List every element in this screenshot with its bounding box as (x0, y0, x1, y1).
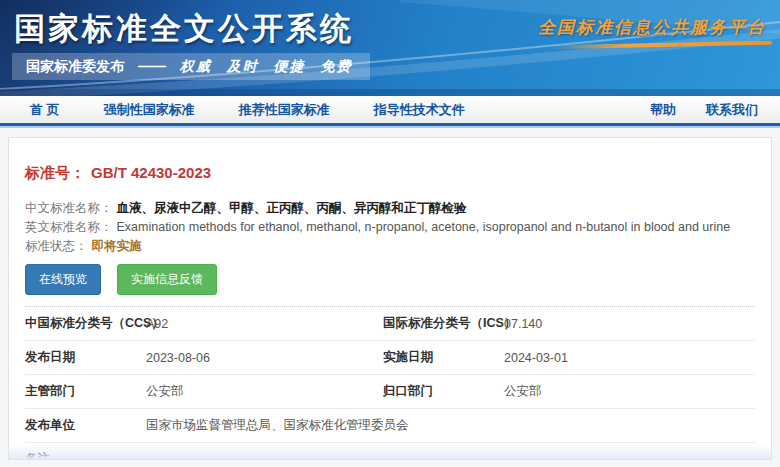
publisher-label: 发布单位 (25, 417, 146, 434)
site-header: 国家标准全文公开系统 国家标准委发布 —— 权威 及时 便捷 免费 全国标准信息… (0, 0, 780, 96)
nav-contact[interactable]: 联系我们 (706, 101, 758, 119)
nav-guiding-documents[interactable]: 指导性技术文件 (374, 101, 465, 119)
implement-date-label: 实施日期 (383, 349, 504, 366)
online-preview-button[interactable]: 在线预览 (25, 264, 101, 295)
publisher-value: 国家市场监督管理总局、国家标准化管理委员会 (146, 417, 755, 434)
platform-brand: 全国标准信息公共服务平台 (538, 16, 766, 39)
cn-name-label: 中文标准名称： (25, 201, 113, 215)
card-bottom-fade (9, 444, 771, 459)
table-row-dates: 发布日期 2023-08-06 实施日期 2024-03-01 (25, 341, 755, 375)
banner-dash: —— (138, 58, 166, 74)
status-badge: 即将实施 (92, 239, 142, 253)
centralized-dept-value: 公安部 (504, 383, 755, 400)
competent-dept-label: 主管部门 (25, 383, 146, 400)
en-name-label: 英文标准名称： (25, 220, 113, 234)
cn-name-value: 血液、尿液中乙醇、甲醇、正丙醇、丙酮、异丙醇和正丁醇检验 (117, 201, 467, 215)
main-nav: 首 页 强制性国家标准 推荐性国家标准 指导性技术文件 帮助 联系我们 (0, 96, 780, 126)
publish-date-label: 发布日期 (25, 349, 146, 366)
nav-home[interactable]: 首 页 (30, 101, 60, 119)
nav-right: 帮助 联系我们 (650, 101, 780, 119)
ics-value: 07.140 (504, 317, 755, 331)
site-title: 国家标准全文公开系统 (14, 8, 354, 50)
ccs-value: A92 (146, 317, 383, 331)
status-label: 标准状态： (25, 239, 88, 253)
centralized-dept-label: 归口部门 (383, 383, 504, 400)
implementation-feedback-button[interactable]: 实施信息反馈 (117, 264, 217, 295)
publisher-banner: 国家标准委发布 —— 权威 及时 便捷 免费 (12, 53, 370, 80)
nav-help[interactable]: 帮助 (650, 101, 676, 119)
en-name-row: 英文标准名称：Examination methods for ethanol, … (25, 218, 755, 237)
standard-detail-card: 标准号：GB/T 42430-2023 中文标准名称：血液、尿液中乙醇、甲醇、正… (8, 137, 772, 460)
standard-info-table: 中国标准分类号（CCS） A92 国际标准分类号（ICS） 07.140 发布日… (25, 307, 755, 460)
ics-label: 国际标准分类号（ICS） (383, 315, 504, 332)
slogan-text: 权威 及时 便捷 免费 (180, 58, 353, 74)
ccs-label: 中国标准分类号（CCS） (25, 315, 146, 332)
nav-left: 首 页 强制性国家标准 推荐性国家标准 指导性技术文件 (0, 101, 465, 119)
standard-fields: 中文标准名称：血液、尿液中乙醇、甲醇、正丙醇、丙酮、异丙醇和正丁醇检验 英文标准… (9, 183, 771, 256)
standard-number-line: 标准号：GB/T 42430-2023 (9, 138, 771, 183)
en-name-value: Examination methods for ethanol, methano… (117, 220, 731, 234)
status-row: 标准状态：即将实施 (25, 237, 755, 256)
table-row-publisher: 发布单位 国家市场监督管理总局、国家标准化管理委员会 (25, 409, 755, 443)
action-buttons: 在线预览 实施信息反馈 (9, 256, 771, 295)
nav-underline (0, 126, 780, 128)
implement-date-value: 2024-03-01 (504, 351, 755, 365)
standard-number-value: GB/T 42430-2023 (91, 164, 211, 181)
nav-recommended-standards[interactable]: 推荐性国家标准 (239, 101, 330, 119)
publisher-text: 国家标准委发布 (26, 58, 124, 74)
publish-date-value: 2023-08-06 (146, 351, 383, 365)
table-row-classification: 中国标准分类号（CCS） A92 国际标准分类号（ICS） 07.140 (25, 307, 755, 341)
competent-dept-value: 公安部 (146, 383, 383, 400)
table-row-departments: 主管部门 公安部 归口部门 公安部 (25, 375, 755, 409)
standard-number-label: 标准号： (25, 164, 85, 181)
nav-mandatory-standards[interactable]: 强制性国家标准 (104, 101, 195, 119)
header-bottom-band (0, 89, 780, 96)
cn-name-row: 中文标准名称：血液、尿液中乙醇、甲醇、正丙醇、丙酮、异丙醇和正丁醇检验 (25, 199, 755, 218)
